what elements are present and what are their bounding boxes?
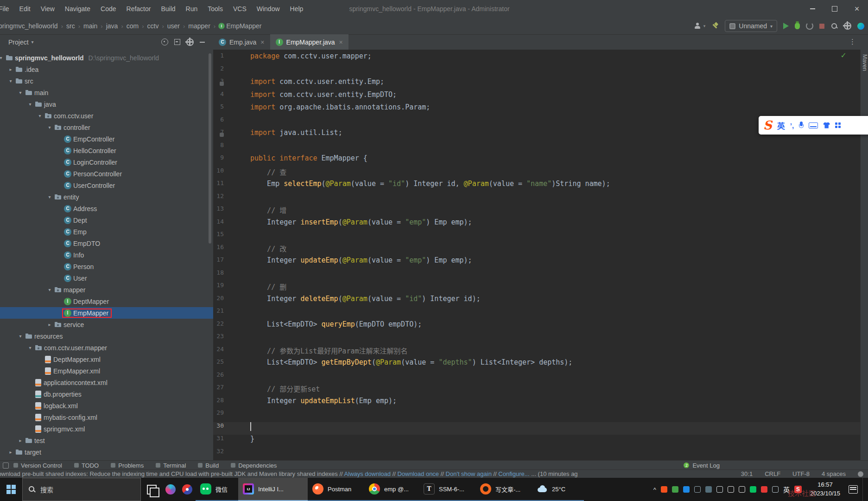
tool-window-button-build[interactable]: Build: [198, 462, 219, 469]
more-tabs-icon[interactable]: ⋮: [849, 38, 856, 46]
code-line[interactable]: import com.cctv.user.entity.Emp;: [250, 77, 861, 90]
chevron-down-icon[interactable]: ▾: [18, 334, 23, 339]
menu-tools[interactable]: Tools: [203, 5, 228, 13]
tool-window-button-version-control[interactable]: Version Control: [13, 462, 62, 469]
keyboard-icon[interactable]: [809, 122, 818, 128]
code-line[interactable]: // 查: [250, 167, 861, 180]
tray-app-blue-icon[interactable]: [683, 486, 690, 493]
ime-punctuation-toggle[interactable]: ’,: [790, 122, 794, 129]
tree-item-Address[interactable]: Address: [0, 203, 213, 214]
tray-speaker-icon[interactable]: [728, 486, 734, 493]
line-ending[interactable]: CRLF: [765, 470, 780, 477]
tree-item-Info[interactable]: Info: [0, 249, 213, 261]
breadcrumb-item-EmpMapper[interactable]: EmpMapper: [225, 22, 262, 30]
menu-file[interactable]: File: [0, 5, 14, 13]
tree-item-java[interactable]: ▾java: [0, 98, 213, 110]
breadcrumb-item-mapper[interactable]: mapper: [187, 22, 211, 30]
code-line[interactable]: [250, 409, 861, 422]
code-line[interactable]: Integer updateEmp(@Param(value = "emp") …: [250, 256, 861, 269]
tree-item-mapper[interactable]: ▾mapper: [0, 284, 213, 295]
tree-item-PersonController[interactable]: PersonController: [0, 168, 213, 180]
taskbar-app-idea[interactable]: IntelliJ I...: [238, 478, 308, 501]
breadcrumb-item-main[interactable]: main: [82, 22, 98, 30]
tree-item-main[interactable]: ▾main: [0, 87, 213, 98]
breadcrumb-item-springmvc_helloworld[interactable]: springmvc_helloworld: [0, 22, 59, 30]
tree-item-DeptMapper.xml[interactable]: DeptMapper.xml: [0, 353, 213, 365]
pinned-app-2[interactable]: [179, 478, 196, 501]
editor-gutter[interactable]: 1234567891011121314151617181920212223242…: [213, 52, 250, 460]
tray-wechat-icon[interactable]: [750, 486, 756, 493]
tray-layers-icon[interactable]: [772, 486, 779, 493]
breadcrumb-item-user[interactable]: user: [166, 22, 181, 30]
tab-close-icon[interactable]: ×: [339, 39, 343, 46]
tree-item-EmpMapper.xml[interactable]: EmpMapper.xml: [0, 365, 213, 377]
chevron-down-icon[interactable]: ▾: [47, 125, 52, 130]
tree-item-applicationcontext.xml[interactable]: applicationcontext.xml: [0, 377, 213, 388]
build-hammer-icon[interactable]: [711, 22, 719, 30]
code-line[interactable]: [250, 333, 861, 346]
menu-navigate[interactable]: Navigate: [60, 5, 95, 13]
code-line[interactable]: Integer updateEmpList(Emp emp);: [250, 397, 861, 410]
menu-edit[interactable]: Edit: [14, 5, 36, 13]
tree-item-controller[interactable]: ▾controller: [0, 122, 213, 133]
code-line[interactable]: Integer insertEmp(@Param(value = "emp") …: [250, 218, 861, 231]
code-line[interactable]: List<EmpDTO> queryEmp(EmpDTO empDTO);: [250, 320, 861, 333]
code-line[interactable]: [250, 422, 861, 435]
tool-window-button-terminal[interactable]: Terminal: [156, 462, 186, 469]
chevron-right-icon[interactable]: ▸: [47, 322, 52, 327]
chevron-down-icon[interactable]: ▾: [27, 102, 33, 107]
chevron-down-icon[interactable]: ▾: [47, 194, 52, 199]
code-line[interactable]: [250, 65, 861, 78]
user-accounts-icon[interactable]: [694, 22, 701, 30]
chevron-down-icon[interactable]: ▾: [0, 55, 4, 60]
breadcrumb-item-com[interactable]: com: [126, 22, 139, 30]
gutter-fold-icon[interactable]: [220, 133, 224, 137]
run-button[interactable]: [783, 23, 789, 29]
code-line[interactable]: Integer deleteEmp(@Param(value = "id") I…: [250, 295, 861, 308]
tree-item-EmpController[interactable]: EmpController: [0, 133, 213, 145]
tool-windows-icon[interactable]: [3, 462, 9, 469]
breadcrumb-item-java[interactable]: java: [105, 22, 119, 30]
tray-shield-icon[interactable]: [672, 486, 678, 493]
tree-item-.idea[interactable]: ▸.idea: [0, 64, 213, 75]
tree-item-EmpMapper[interactable]: EmpMapper: [0, 307, 213, 319]
tree-item-entity[interactable]: ▾entity: [0, 191, 213, 203]
coverage-icon[interactable]: [806, 22, 813, 30]
locate-file-icon[interactable]: [161, 39, 168, 45]
status-link[interactable]: Configure...: [498, 470, 529, 477]
menu-view[interactable]: View: [36, 5, 60, 13]
search-everywhere-icon[interactable]: [830, 22, 838, 30]
maven-tool-button[interactable]: Maven: [861, 54, 868, 71]
tree-item-src[interactable]: ▾src: [0, 75, 213, 87]
tree-item-db.properties[interactable]: db.properties: [0, 388, 213, 400]
debug-button[interactable]: [795, 23, 800, 29]
code-line[interactable]: package com.cctv.user.mapper;: [250, 52, 861, 65]
tree-item-HelloController[interactable]: HelloController: [0, 145, 213, 156]
chevron-down-icon[interactable]: ▾: [27, 345, 33, 350]
tray-dark-app-icon[interactable]: [705, 486, 712, 493]
inspection-profile-icon[interactable]: [858, 471, 863, 477]
collapse-all-icon[interactable]: [174, 39, 180, 45]
tree-item-EmpDTO[interactable]: EmpDTO: [0, 238, 213, 249]
panel-settings-icon[interactable]: [186, 39, 194, 46]
toolbox-grid-icon[interactable]: [835, 122, 841, 128]
status-message[interactable]: Download pre-built shared indexes: Reduc…: [0, 470, 730, 477]
tree-item-service[interactable]: ▸service: [0, 319, 213, 330]
tree-item-logback.xml[interactable]: logback.xml: [0, 400, 213, 411]
tree-item-Person[interactable]: Person: [0, 261, 213, 272]
code-line[interactable]: List<EmpDTO> getEmpByDept(@Param(value =…: [250, 358, 861, 371]
skin-icon[interactable]: [823, 122, 830, 128]
chevron-down-icon[interactable]: ▾: [37, 113, 43, 118]
tree-item-com.cctv.user.mapper[interactable]: ▾com.cctv.user.mapper: [0, 342, 213, 353]
action-center-icon[interactable]: [849, 485, 858, 494]
chevron-down-icon[interactable]: ▾: [47, 287, 52, 292]
ime-toolbar[interactable]: S 英 ’,: [759, 116, 868, 135]
tab-close-icon[interactable]: ×: [260, 39, 264, 46]
code-line[interactable]: [250, 141, 861, 154]
code-line[interactable]: [250, 307, 861, 320]
hidden-icons-chevron[interactable]: ^: [653, 486, 656, 493]
status-link[interactable]: Don't show again: [446, 470, 492, 477]
gutter-fold-icon[interactable]: [220, 82, 224, 86]
taskbar-app-article[interactable]: 写文章-...: [475, 478, 532, 501]
chevron-down-icon[interactable]: ▾: [8, 78, 13, 84]
